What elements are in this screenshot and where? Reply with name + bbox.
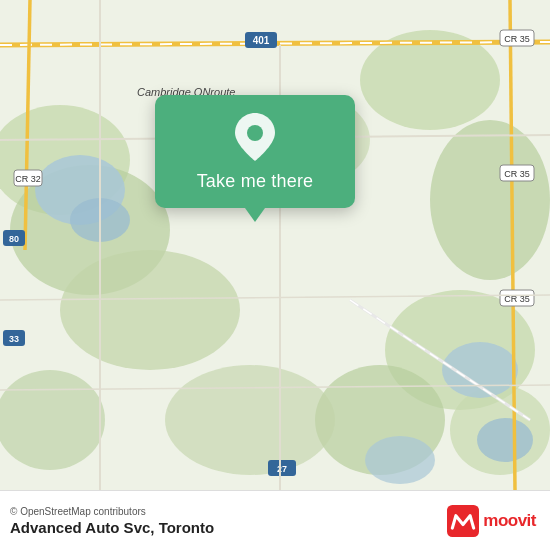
take-me-there-button[interactable]: Take me there (197, 171, 314, 192)
map-view: 401 CR 32 80 33 CR 35 CR 35 CR 35 27 (0, 0, 550, 490)
svg-text:27: 27 (277, 464, 287, 474)
svg-text:CR 35: CR 35 (504, 34, 530, 44)
bottom-bar: © OpenStreetMap contributors Advanced Au… (0, 490, 550, 550)
svg-point-3 (60, 250, 240, 370)
svg-text:80: 80 (9, 234, 19, 244)
svg-point-45 (247, 125, 263, 141)
location-info: © OpenStreetMap contributors Advanced Au… (10, 506, 214, 536)
svg-point-8 (165, 365, 335, 475)
svg-rect-46 (447, 505, 479, 537)
svg-text:401: 401 (253, 35, 270, 46)
svg-point-10 (0, 370, 105, 470)
moovit-logo: moovit (447, 505, 536, 537)
svg-text:CR 32: CR 32 (15, 174, 41, 184)
osm-attribution: © OpenStreetMap contributors (10, 506, 214, 517)
svg-point-15 (477, 418, 533, 462)
location-title: Advanced Auto Svc, Toronto (10, 519, 214, 536)
location-popup[interactable]: Take me there (155, 95, 355, 208)
svg-point-5 (430, 120, 550, 280)
moovit-brand-text: moovit (483, 511, 536, 531)
map-pin-icon (231, 113, 279, 161)
svg-text:CR 35: CR 35 (504, 169, 530, 179)
svg-text:33: 33 (9, 334, 19, 344)
svg-point-16 (365, 436, 435, 484)
